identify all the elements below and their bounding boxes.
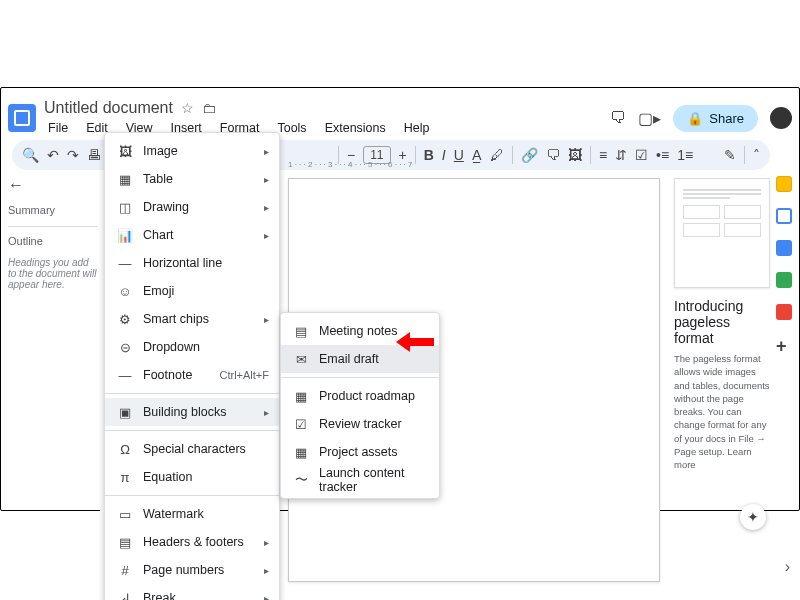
header-icon: ▤ (117, 535, 133, 550)
insert-image[interactable]: 🖼Image▸ (105, 137, 279, 165)
insert-break[interactable]: ↲Break▸ (105, 584, 279, 600)
horizontal-ruler: 1 · · · 2 · · · 3 · · · 4 · · · 5 · · · … (288, 160, 660, 174)
mail-icon: ✉ (293, 352, 309, 367)
roadmap-icon: ▦ (293, 389, 309, 404)
redo-icon[interactable]: ↷ (67, 147, 79, 163)
insert-footnote[interactable]: —FootnoteCtrl+Alt+F (105, 361, 279, 389)
watermark-icon: ▭ (117, 507, 133, 522)
insert-smart-chips[interactable]: ⚙Smart chips▸ (105, 305, 279, 333)
insert-drawing[interactable]: ◫Drawing▸ (105, 193, 279, 221)
share-button[interactable]: 🔒 Share (673, 105, 758, 132)
insert-building-blocks[interactable]: ▣Building blocks▸ (105, 398, 279, 426)
launch-icon: 〜 (293, 471, 309, 489)
outline-panel: ← Summary Outline Headings you add to th… (8, 176, 98, 290)
omega-icon: Ω (117, 442, 133, 457)
drawing-icon: ◫ (117, 200, 133, 215)
calendar-icon[interactable] (776, 176, 792, 192)
image-icon: 🖼 (117, 144, 133, 159)
insert-menu-dropdown: 🖼Image▸ ▦Table▸ ◫Drawing▸ 📊Chart▸ —Horiz… (104, 132, 280, 600)
emoji-icon: ☺ (117, 284, 133, 299)
maps-icon[interactable] (776, 304, 792, 320)
keep-icon[interactable] (776, 208, 792, 224)
hline-icon: — (117, 256, 133, 271)
outline-empty-note: Headings you add to the document will ap… (8, 257, 98, 290)
menu-file[interactable]: File (44, 119, 72, 137)
insert-chart[interactable]: 📊Chart▸ (105, 221, 279, 249)
meet-icon[interactable]: ▢▸ (638, 109, 661, 128)
comment-history-icon[interactable]: 🗨 (610, 109, 626, 127)
review-icon: ☑ (293, 417, 309, 432)
pageless-thumbnail (674, 178, 770, 288)
pi-icon: π (117, 470, 133, 485)
summary-heading: Summary (8, 204, 98, 216)
insert-special-chars[interactable]: ΩSpecial characters (105, 435, 279, 463)
insert-horizontal-line[interactable]: —Horizontal line (105, 249, 279, 277)
chip-icon: ⚙ (117, 312, 133, 327)
outline-heading: Outline (8, 235, 98, 247)
docs-logo-icon[interactable] (8, 104, 36, 132)
chart-icon: 📊 (117, 228, 133, 243)
menu-extensions[interactable]: Extensions (321, 119, 390, 137)
share-label: Share (709, 111, 744, 126)
info-panel: Introducing pageless format The pageless… (674, 178, 770, 472)
hash-icon: # (117, 563, 133, 578)
contacts-icon[interactable] (776, 272, 792, 288)
search-icon[interactable]: 🔍 (22, 147, 39, 163)
insert-equation[interactable]: πEquation (105, 463, 279, 491)
numbered-list-icon[interactable]: 1≡ (677, 147, 693, 163)
add-addon-icon[interactable]: + (776, 336, 792, 352)
chevron-right-icon: ▸ (264, 146, 269, 157)
table-icon: ▦ (117, 172, 133, 187)
info-panel-title: Introducing pageless format (674, 298, 770, 346)
insert-emoji[interactable]: ☺Emoji (105, 277, 279, 305)
dropdown-icon: ⊝ (117, 340, 133, 355)
star-icon[interactable]: ☆ (181, 100, 194, 116)
break-icon: ↲ (117, 591, 133, 601)
side-rail: + (774, 176, 794, 352)
info-panel-body: The pageless format allows wide images a… (674, 352, 770, 472)
assets-icon: ▦ (293, 445, 309, 460)
move-icon[interactable]: 🗀 (202, 100, 216, 116)
insert-watermark[interactable]: ▭Watermark (105, 500, 279, 528)
insert-table[interactable]: ▦Table▸ (105, 165, 279, 193)
collapse-outline-icon[interactable]: ← (8, 176, 98, 194)
document-title[interactable]: Untitled document (44, 99, 173, 117)
print-icon[interactable]: 🖶 (87, 147, 101, 163)
bb-product-roadmap[interactable]: ▦Product roadmap (281, 382, 439, 410)
notes-icon: ▤ (293, 324, 309, 339)
footnote-icon: — (117, 368, 133, 383)
blocks-icon: ▣ (117, 405, 133, 420)
insert-headers-footers[interactable]: ▤Headers & footers▸ (105, 528, 279, 556)
insert-page-numbers[interactable]: #Page numbers▸ (105, 556, 279, 584)
tasks-icon[interactable] (776, 240, 792, 256)
bb-project-assets[interactable]: ▦Project assets (281, 438, 439, 466)
editing-mode-icon[interactable]: ✎ (724, 147, 736, 163)
chevron-up-icon[interactable]: ˄ (753, 147, 760, 163)
avatar[interactable] (770, 107, 792, 129)
annotation-arrow (396, 332, 436, 352)
menu-help[interactable]: Help (400, 119, 434, 137)
lock-icon: 🔒 (687, 111, 703, 126)
bb-review-tracker[interactable]: ☑Review tracker (281, 410, 439, 438)
insert-dropdown[interactable]: ⊝Dropdown (105, 333, 279, 361)
undo-icon[interactable]: ↶ (47, 147, 59, 163)
explore-fab[interactable]: ✦ (740, 504, 766, 530)
bb-launch-tracker[interactable]: 〜Launch content tracker (281, 466, 439, 494)
show-side-panel-icon[interactable]: › (785, 558, 790, 576)
